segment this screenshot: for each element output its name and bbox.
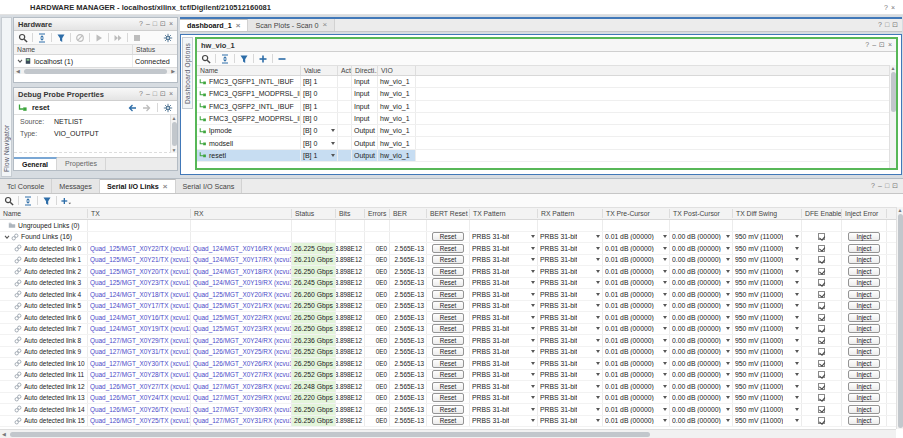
tx-diff-swing-select[interactable]: 950 mV (11000) <box>733 416 802 427</box>
dropdown-arrow-icon[interactable] <box>795 316 799 319</box>
help-icon[interactable]: ? <box>884 4 888 11</box>
scroll-thumb[interactable] <box>10 432 650 437</box>
dfe-checkbox[interactable] <box>818 314 825 321</box>
scroll-up-icon[interactable]: ▲ <box>170 115 179 121</box>
dropdown-arrow-icon[interactable] <box>726 408 730 411</box>
inject-button[interactable]: Inject <box>848 382 880 391</box>
links-col-status[interactable]: Status <box>292 209 336 218</box>
close-icon[interactable]: × <box>891 4 895 11</box>
float-icon[interactable]: ⊡ <box>879 41 885 49</box>
close-tab-icon[interactable]: × <box>236 23 241 29</box>
rx-pattern-select[interactable]: PRBS 31-bit <box>538 335 603 346</box>
plus-icon[interactable] <box>258 54 268 64</box>
chevron-down-icon[interactable] <box>16 57 24 65</box>
dropdown-arrow-icon[interactable] <box>726 385 730 388</box>
dropdown-arrow-icon[interactable] <box>795 350 799 353</box>
links-col-tx-post-cursor[interactable]: TX Post-Cursor <box>670 209 733 218</box>
dfe-checkbox[interactable] <box>818 406 825 413</box>
tx-post-cursor-select[interactable]: 0.00 dB (00000) <box>670 232 733 243</box>
inject-button[interactable]: Inject <box>848 370 880 379</box>
rx-pattern-select[interactable]: PRBS 31-bit <box>538 243 603 254</box>
tab-tcl-console[interactable]: Tcl Console <box>0 179 52 193</box>
dropdown-arrow-icon[interactable] <box>663 385 667 388</box>
vio-value-cell[interactable]: [B] 0 <box>301 137 338 148</box>
inject-button[interactable]: Inject <box>848 278 880 287</box>
links-col-bert-reset[interactable]: BERT Reset <box>427 209 470 218</box>
link-row[interactable]: Auto detected link 15Quad_126/MGT_X0Y25/… <box>0 416 903 428</box>
rx-pattern-select[interactable]: PRBS 31-bit <box>538 312 603 323</box>
dfe-checkbox[interactable] <box>818 337 825 344</box>
tx-pre-cursor-select[interactable]: 0.01 dB (00000) <box>603 266 670 277</box>
tx-pre-cursor-select[interactable]: 0.01 dB (00000) <box>603 243 670 254</box>
link-row[interactable]: Auto detected link 5Quad_124/MGT_X0Y17/T… <box>0 301 903 313</box>
tx-pattern-select[interactable]: PRBS 31-bit <box>470 266 538 277</box>
tab-serial-i-o-links[interactable]: Serial I/O Links× <box>100 179 176 193</box>
tx-pre-cursor-select[interactable]: 0.01 dB (00000) <box>603 393 670 404</box>
hardware-panel-header[interactable]: Hardware ?–□⊡× <box>14 18 177 31</box>
link-row[interactable]: Auto detected link 2Quad_125/MGT_X0Y20/T… <box>0 266 903 278</box>
reset-button[interactable]: Reset <box>432 244 464 253</box>
link-row[interactable]: Auto detected link 8Quad_127/MGT_X0Y29/T… <box>0 335 903 347</box>
links-col-ber[interactable]: BER <box>390 209 427 218</box>
tx-post-cursor-select[interactable]: 0.00 dB (00000) <box>670 416 733 427</box>
tx-post-cursor-select[interactable]: 0.00 dB (00000) <box>670 393 733 404</box>
reset-button[interactable]: Reset <box>432 313 464 322</box>
dropdown-arrow-icon[interactable] <box>663 408 667 411</box>
dfe-checkbox[interactable] <box>818 291 825 298</box>
rx-pattern-select[interactable]: PRBS 31-bit <box>538 324 603 335</box>
hardware-col-status[interactable]: Status <box>133 45 177 54</box>
dropdown-arrow-icon[interactable] <box>663 281 667 284</box>
dropdown-arrow-icon[interactable] <box>726 362 730 365</box>
dfe-checkbox[interactable] <box>818 279 825 286</box>
tx-pattern-select[interactable]: PRBS 31-bit <box>470 393 538 404</box>
reset-button[interactable]: Reset <box>432 370 464 379</box>
vio-col-2[interactable]: Acti.. <box>338 66 352 75</box>
tx-pre-cursor-select[interactable]: 0.01 dB (00000) <box>603 416 670 427</box>
dropdown-arrow-icon[interactable] <box>596 327 600 330</box>
inject-button[interactable]: Inject <box>848 255 880 264</box>
hardware-tree-row[interactable]: localhost (1)Connected <box>14 55 177 67</box>
reset-button[interactable]: Reset <box>432 255 464 264</box>
dropdown-arrow-icon[interactable] <box>531 327 535 330</box>
links-col-tx-pattern[interactable]: TX Pattern <box>470 209 538 218</box>
tx-diff-swing-select[interactable]: 950 mV (11000) <box>733 381 802 392</box>
dropdown-arrow-icon[interactable] <box>331 154 335 157</box>
scroll-thumb[interactable] <box>891 72 896 112</box>
dropdown-arrow-icon[interactable] <box>795 373 799 376</box>
tx-pre-cursor-select[interactable]: 0.01 dB (00000) <box>603 404 670 415</box>
links-vscrollbar[interactable]: ▲ <box>896 207 903 429</box>
dropdown-arrow-icon[interactable] <box>531 281 535 284</box>
vio-row[interactable]: FMC3_QSFP2_MODPRSL_IBUF[B] 0Inputhw_vio_… <box>197 113 896 125</box>
probe-panel-header[interactable]: Debug Probe Properties ?–□⊡× <box>14 88 177 101</box>
link-row[interactable]: Auto detected link 9Quad_127/MGT_X0Y31/T… <box>0 347 903 359</box>
vio-col-0[interactable]: Name <box>197 66 301 75</box>
rx-pattern-select[interactable]: PRBS 31-bit <box>538 232 603 243</box>
dropdown-arrow-icon[interactable] <box>795 258 799 261</box>
inject-button[interactable]: Inject <box>848 405 880 414</box>
dropdown-arrow-icon[interactable] <box>663 235 667 238</box>
tx-pattern-select[interactable]: PRBS 31-bit <box>470 312 538 323</box>
inject-button[interactable]: Inject <box>848 313 880 322</box>
tx-pre-cursor-select[interactable]: 0.01 dB (00000) <box>603 278 670 289</box>
tx-diff-swing-select[interactable]: 950 mV (11000) <box>733 243 802 254</box>
links-col-tx[interactable]: TX <box>88 209 191 218</box>
collapse-all-icon[interactable] <box>23 196 33 206</box>
float-icon[interactable]: ⊡ <box>160 90 166 98</box>
tx-post-cursor-select[interactable]: 0.00 dB (00000) <box>670 289 733 300</box>
links-col-dfe-enabled[interactable]: DFE Enabled <box>802 209 842 218</box>
tx-diff-swing-select[interactable]: 950 mV (11000) <box>733 324 802 335</box>
scroll-left-icon[interactable]: ◀ <box>0 431 8 437</box>
dropdown-arrow-icon[interactable] <box>795 385 799 388</box>
dropdown-arrow-icon[interactable] <box>663 293 667 296</box>
dropdown-arrow-icon[interactable] <box>596 350 600 353</box>
inject-button[interactable]: Inject <box>848 393 880 402</box>
dropdown-arrow-icon[interactable] <box>531 350 535 353</box>
search-icon[interactable] <box>4 196 14 206</box>
minimize-icon[interactable]: – <box>872 41 876 49</box>
tx-diff-swing-select[interactable]: 950 mV (11000) <box>733 404 802 415</box>
dropdown-arrow-icon[interactable] <box>596 396 600 399</box>
vio-row[interactable]: modsell[B] 0Outputhw_vio_1 <box>197 137 896 149</box>
link-row[interactable]: Auto detected link 0Quad_125/MGT_X0Y22/T… <box>0 243 903 255</box>
tx-post-cursor-select[interactable]: 0.00 dB (00000) <box>670 243 733 254</box>
link-row[interactable]: Auto detected link 14Quad_126/MGT_X0Y26/… <box>0 404 903 416</box>
